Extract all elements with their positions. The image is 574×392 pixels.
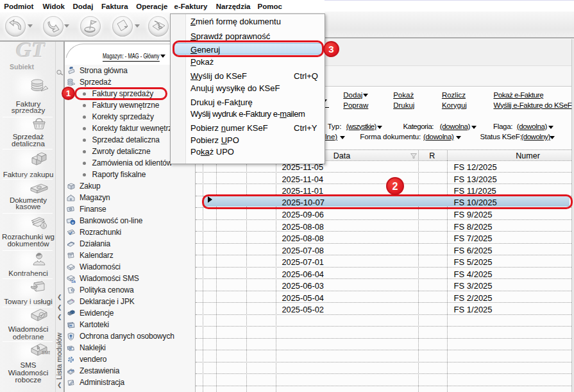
svg-text:SMS: SMS xyxy=(71,279,76,283)
svg-text:SMS: SMS xyxy=(42,350,50,355)
